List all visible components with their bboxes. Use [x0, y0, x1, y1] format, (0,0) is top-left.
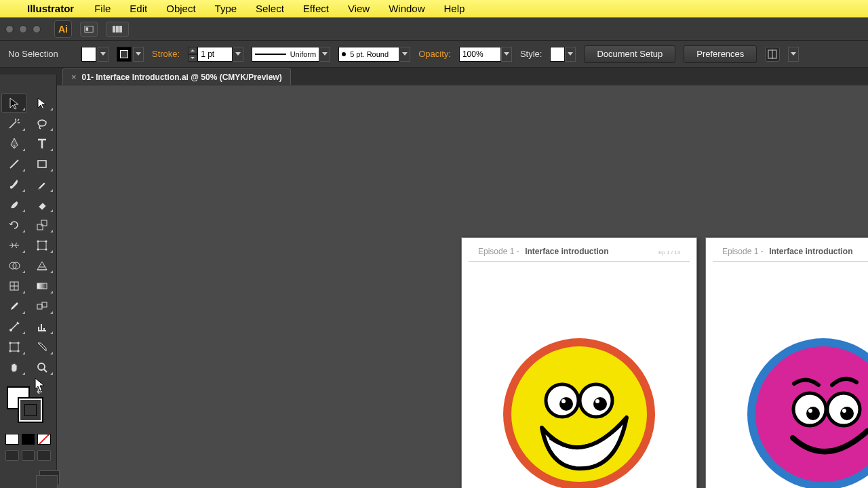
stroke-color-box[interactable]	[19, 399, 42, 422]
svg-point-19	[806, 407, 820, 420]
artboard-1[interactable]: Episode 1 - Interface introduction Ep 1 …	[461, 237, 697, 488]
menu-object[interactable]: Object	[157, 3, 205, 14]
eyedropper-tool[interactable]	[1, 297, 27, 316]
app-titlebar: Ai	[0, 18, 868, 41]
menu-type[interactable]: Type	[205, 3, 247, 14]
close-tab-icon[interactable]: ×	[71, 72, 77, 82]
svg-rect-24	[37, 224, 43, 230]
fill-stroke-panel	[0, 384, 56, 431]
bridge-button[interactable]	[80, 22, 98, 37]
document-tabstrip: × 01- Interface Introduction.ai @ 50% (C…	[0, 68, 868, 85]
document-tab[interactable]: × 01- Interface Introduction.ai @ 50% (C…	[62, 68, 291, 85]
control-bar: No Selection Stroke: 1 pt Uniform 5 pt. …	[0, 41, 868, 68]
color-mode-solid[interactable]	[5, 434, 19, 445]
opacity-input[interactable]: 100%	[459, 47, 501, 62]
stroke-swatch-menu[interactable]	[133, 47, 144, 62]
width-tool[interactable]	[1, 236, 27, 255]
free-transform-tool[interactable]	[29, 236, 55, 255]
screen-mode-button[interactable]	[39, 470, 60, 485]
stroke-profile-label: Uniform	[290, 50, 317, 58]
preferences-button[interactable]: Preferences	[684, 45, 757, 63]
scale-tool[interactable]	[29, 216, 55, 235]
stroke-swatch[interactable]	[117, 47, 132, 62]
eraser-tool[interactable]	[29, 195, 55, 214]
menu-effect[interactable]: Effect	[294, 3, 338, 14]
stroke-weight-input[interactable]: 1 pt	[197, 47, 233, 62]
artboard-2[interactable]: Episode 1 - Interface introduction	[705, 237, 868, 488]
color-mode-row	[0, 431, 56, 447]
svg-rect-23	[38, 161, 46, 167]
opacity-menu[interactable]	[501, 47, 512, 62]
stroke-weight-stepper[interactable]	[188, 47, 197, 62]
paintbrush-tool[interactable]	[1, 175, 27, 194]
canvas[interactable]: Episode 1 - Interface introduction Ep 1 …	[0, 85, 868, 488]
stroke-profile-menu[interactable]	[319, 47, 330, 62]
perspective-tool[interactable]	[29, 256, 55, 275]
selection-status: No Selection	[8, 49, 73, 59]
menu-view[interactable]: View	[338, 3, 379, 14]
window-close-button[interactable]	[5, 25, 14, 33]
hand-tool[interactable]	[1, 358, 27, 377]
direct-selection-tool[interactable]	[29, 94, 55, 113]
gradient-tool[interactable]	[29, 277, 55, 296]
slice-tool[interactable]	[29, 338, 55, 357]
fill-swatch[interactable]	[81, 47, 96, 62]
type-tool[interactable]	[29, 134, 55, 153]
fill-swatch-menu[interactable]	[98, 47, 108, 62]
rectangle-tool[interactable]	[29, 155, 55, 174]
color-mode-none[interactable]	[37, 434, 51, 445]
selection-tool[interactable]	[1, 94, 27, 113]
menu-file[interactable]: File	[85, 3, 120, 14]
align-to-menu[interactable]	[788, 47, 799, 62]
color-mode-gradient[interactable]	[22, 434, 35, 445]
app-icon: Ai	[54, 20, 72, 38]
shape-builder-tool[interactable]	[1, 256, 27, 275]
svg-point-20	[840, 407, 854, 420]
rotate-tool[interactable]	[1, 216, 27, 235]
opacity-label[interactable]: Opacity:	[418, 49, 451, 59]
menu-window[interactable]: Window	[379, 3, 434, 14]
brush-select[interactable]: 5 pt. Round	[338, 47, 399, 62]
svg-point-27	[37, 241, 39, 243]
pencil-tool[interactable]	[29, 175, 55, 194]
magic-wand-tool[interactable]	[1, 114, 27, 133]
mesh-tool[interactable]	[1, 277, 27, 296]
artboard-2-title: Interface introduction	[769, 247, 852, 256]
menu-select[interactable]: Select	[246, 3, 294, 14]
window-zoom-button[interactable]	[33, 25, 41, 33]
lasso-tool[interactable]	[29, 114, 55, 133]
graphic-style-swatch[interactable]	[550, 47, 565, 62]
menu-edit[interactable]: Edit	[120, 3, 157, 14]
zoom-tool[interactable]	[29, 358, 55, 377]
graph-tool[interactable]	[29, 317, 55, 336]
artboard-2-episode: Episode 1 -	[722, 247, 764, 256]
blend-tool[interactable]	[29, 297, 55, 316]
swap-fill-stroke-icon[interactable]	[34, 385, 43, 394]
svg-rect-4	[119, 26, 122, 33]
graphic-style-menu[interactable]	[565, 47, 576, 62]
stroke-label[interactable]: Stroke:	[152, 49, 180, 59]
draw-normal[interactable]	[5, 450, 19, 461]
brush-label: 5 pt. Round	[350, 50, 389, 58]
artboard-tool[interactable]	[1, 338, 27, 357]
window-minimize-button[interactable]	[19, 25, 27, 33]
menu-help[interactable]: Help	[435, 3, 475, 14]
app-name[interactable]: Illustrator	[20, 3, 85, 14]
draw-inside[interactable]	[37, 450, 51, 461]
document-setup-button[interactable]: Document Setup	[584, 45, 675, 63]
svg-rect-35	[37, 304, 42, 309]
svg-rect-38	[10, 343, 18, 351]
symbol-sprayer-tool[interactable]	[1, 317, 27, 336]
draw-behind[interactable]	[22, 450, 35, 461]
svg-rect-1	[86, 27, 89, 30]
align-to-button[interactable]	[765, 47, 780, 62]
brush-menu[interactable]	[399, 47, 410, 62]
stroke-profile-select[interactable]: Uniform	[252, 47, 319, 62]
blob-brush-tool[interactable]	[1, 195, 27, 214]
window-controls	[5, 25, 41, 33]
svg-point-30	[45, 249, 47, 251]
stroke-weight-menu[interactable]	[233, 47, 243, 62]
pen-tool[interactable]	[1, 134, 27, 153]
arrange-documents-button[interactable]	[106, 22, 129, 37]
line-tool[interactable]	[1, 155, 27, 174]
